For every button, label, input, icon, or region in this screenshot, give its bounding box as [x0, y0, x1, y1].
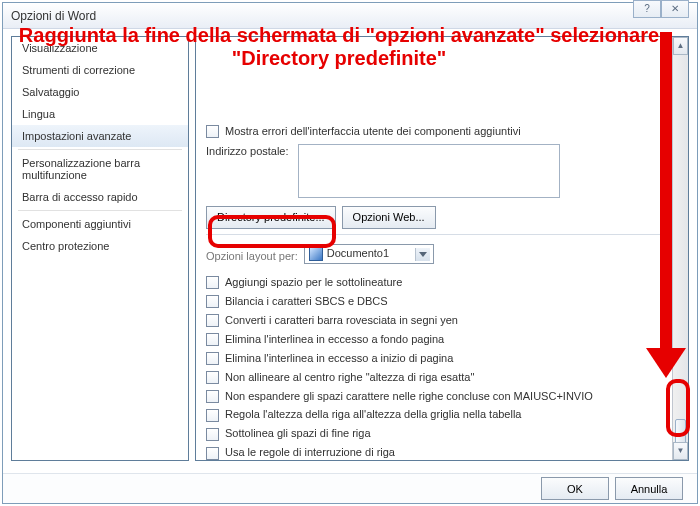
scrollbar[interactable]: ▲ ▼ — [672, 37, 688, 460]
layout-check-label: Converti i caratteri barra rovesciata in… — [225, 313, 458, 329]
checkbox-errors-label: Mostra errori dell'interfaccia utente de… — [225, 124, 521, 140]
window-title: Opzioni di Word — [3, 3, 697, 29]
address-textarea[interactable] — [298, 144, 560, 198]
layout-checkbox[interactable] — [206, 295, 219, 308]
layout-check-label: Aggiungi spazio per le sottolineature — [225, 275, 402, 291]
sidebar-item-lingua[interactable]: Lingua — [12, 103, 188, 125]
layout-check-row: Regola l'altezza della riga all'altezza … — [206, 407, 678, 423]
layout-check-label: Non espandere gli spazi carattere nelle … — [225, 389, 593, 405]
layout-for-label: Opzioni layout per: — [206, 249, 298, 265]
layout-check-row: Non allineare al centro righe "altezza d… — [206, 370, 678, 386]
layout-check-row: Elimina l'interlinea in eccesso a fondo … — [206, 332, 678, 348]
layout-check-row: Sottolinea gli spazi di fine riga — [206, 426, 678, 442]
layout-check-row: Usa le regole di interruzione di riga — [206, 445, 678, 461]
address-label: Indirizzo postale: — [206, 144, 292, 160]
layout-checkbox[interactable] — [206, 314, 219, 327]
sidebar-item-trust[interactable]: Centro protezione — [12, 235, 188, 257]
layout-checkbox[interactable] — [206, 447, 219, 460]
layout-for-value: Documento1 — [327, 246, 389, 262]
web-options-button[interactable]: Opzioni Web... — [342, 206, 436, 229]
sidebar-item-addins[interactable]: Componenti aggiuntivi — [12, 213, 188, 235]
layout-check-label: Non allineare al centro righe "altezza d… — [225, 370, 474, 386]
layout-check-label: Usa le regole di interruzione di riga — [225, 445, 395, 461]
layout-check-row: Elimina l'interlinea in eccesso a inizio… — [206, 351, 678, 367]
chevron-down-icon — [419, 252, 427, 257]
layout-checkbox[interactable] — [206, 352, 219, 365]
ok-button[interactable]: OK — [541, 477, 609, 500]
layout-check-label: Bilancia i caratteri SBCS e DBCS — [225, 294, 388, 310]
layout-for-select[interactable]: Documento1 — [304, 244, 434, 264]
directory-button[interactable]: Directory predefinite... — [206, 206, 336, 229]
layout-checkbox[interactable] — [206, 371, 219, 384]
document-icon — [309, 247, 323, 261]
layout-checkbox[interactable] — [206, 333, 219, 346]
checkbox-errors[interactable] — [206, 125, 219, 138]
sidebar-item-ribbon[interactable]: Personalizzazione barra multifunzione — [12, 152, 188, 186]
layout-check-label: Regola l'altezza della riga all'altezza … — [225, 407, 522, 423]
cancel-button[interactable]: Annulla — [615, 477, 683, 500]
close-button[interactable]: ✕ — [661, 0, 689, 18]
layout-check-row: Converti i caratteri barra rovesciata in… — [206, 313, 678, 329]
sidebar-item-quickaccess[interactable]: Barra di accesso rapido — [12, 186, 188, 208]
sidebar-item-visualizzazione[interactable]: Visualizzazione — [12, 37, 188, 59]
help-button[interactable]: ? — [633, 0, 661, 18]
layout-check-row: Aggiungi spazio per le sottolineature — [206, 275, 678, 291]
sidebar-item-salvataggio[interactable]: Salvataggio — [12, 81, 188, 103]
layout-checkbox[interactable] — [206, 390, 219, 403]
content-pane: Mostra errori dell'interfaccia utente de… — [195, 36, 689, 461]
layout-checkbox[interactable] — [206, 409, 219, 422]
layout-check-label: Sottolinea gli spazi di fine riga — [225, 426, 371, 442]
scroll-down-button[interactable]: ▼ — [673, 442, 688, 460]
layout-checkbox[interactable] — [206, 276, 219, 289]
sidebar-item-strumenti[interactable]: Strumenti di correzione — [12, 59, 188, 81]
layout-check-label: Elimina l'interlinea in eccesso a inizio… — [225, 351, 453, 367]
layout-checkbox[interactable] — [206, 428, 219, 441]
sidebar-item-avanzate[interactable]: Impostazioni avanzate — [12, 125, 188, 147]
sidebar: Visualizzazione Strumenti di correzione … — [11, 36, 189, 461]
layout-check-row: Non espandere gli spazi carattere nelle … — [206, 389, 678, 405]
layout-check-label: Elimina l'interlinea in eccesso a fondo … — [225, 332, 444, 348]
scroll-up-button[interactable]: ▲ — [673, 37, 688, 55]
layout-check-row: Bilancia i caratteri SBCS e DBCS — [206, 294, 678, 310]
